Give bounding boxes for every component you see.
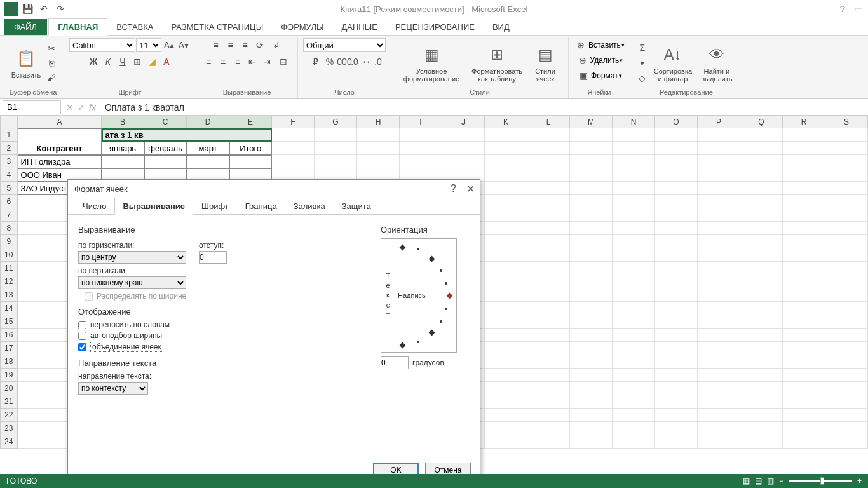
cell[interactable] — [783, 342, 825, 355]
cell[interactable] — [527, 222, 570, 235]
cell[interactable] — [740, 422, 783, 435]
column-header-G[interactable]: G — [315, 116, 357, 128]
merge-icon[interactable]: ⊟ — [275, 55, 292, 69]
cell[interactable] — [655, 315, 698, 329]
cell[interactable] — [229, 128, 272, 142]
select-all-button[interactable] — [0, 116, 18, 128]
cell[interactable] — [783, 155, 825, 168]
cut-icon[interactable]: ✂ — [44, 41, 58, 55]
cell[interactable] — [783, 142, 825, 155]
tab-data[interactable]: ДАННЫЕ — [332, 19, 386, 35]
cell[interactable] — [527, 302, 570, 315]
cell[interactable] — [825, 355, 868, 369]
percent-icon[interactable]: % — [323, 55, 337, 69]
dialog-help-icon[interactable]: ? — [451, 183, 456, 195]
cell[interactable] — [613, 329, 655, 342]
cell[interactable] — [825, 128, 868, 142]
fx-icon[interactable]: fx — [89, 102, 96, 112]
cell[interactable] — [570, 142, 613, 155]
cell[interactable] — [655, 222, 698, 235]
format-cells-button[interactable]: ▣Формат▾ — [576, 69, 622, 83]
formula-bar[interactable]: Оплата з 1 квартал — [101, 101, 865, 114]
row-header[interactable]: 12 — [0, 275, 18, 288]
cell[interactable] — [527, 435, 570, 449]
cell[interactable] — [783, 222, 825, 235]
cell[interactable] — [698, 382, 740, 395]
cell[interactable] — [740, 382, 783, 395]
cell[interactable] — [485, 329, 527, 342]
cell[interactable] — [740, 315, 783, 329]
cell[interactable] — [698, 302, 740, 315]
orientation-arc[interactable]: Надпись — [395, 239, 456, 352]
cell[interactable] — [442, 128, 485, 142]
cell[interactable] — [400, 155, 442, 168]
row-header[interactable]: 11 — [0, 262, 18, 275]
cell[interactable] — [740, 168, 783, 182]
cell[interactable] — [613, 155, 655, 168]
cell[interactable] — [655, 275, 698, 288]
grow-font-icon[interactable]: A▴ — [162, 38, 176, 52]
cell[interactable] — [485, 382, 527, 395]
cell[interactable] — [698, 395, 740, 409]
cell[interactable]: Контрагент — [18, 142, 102, 155]
cell[interactable] — [570, 315, 613, 329]
save-icon[interactable]: 💾 — [20, 2, 34, 16]
cell[interactable] — [825, 182, 868, 195]
cell[interactable] — [485, 155, 527, 168]
align-middle-icon[interactable]: ≡ — [224, 38, 238, 52]
tab-formulas[interactable]: ФОРМУЛЫ — [272, 19, 332, 35]
cell[interactable] — [698, 142, 740, 155]
cell[interactable] — [783, 315, 825, 329]
cell[interactable] — [272, 128, 315, 142]
cell[interactable] — [613, 248, 655, 262]
cell[interactable] — [527, 168, 570, 182]
cell[interactable] — [527, 369, 570, 382]
row-header[interactable]: 23 — [0, 422, 18, 435]
cell[interactable] — [485, 208, 527, 222]
wrap-text-icon[interactable]: ↲ — [268, 38, 285, 52]
cell[interactable] — [783, 409, 825, 422]
cell[interactable] — [655, 382, 698, 395]
cell[interactable] — [570, 235, 613, 248]
cell[interactable] — [613, 409, 655, 422]
cell[interactable] — [527, 395, 570, 409]
align-bottom-icon[interactable]: ≡ — [238, 38, 252, 52]
cell[interactable] — [655, 342, 698, 355]
cell[interactable] — [825, 409, 868, 422]
help-icon[interactable]: ? — [840, 3, 845, 15]
row-header[interactable]: 13 — [0, 288, 18, 302]
dialog-title-bar[interactable]: Формат ячеек ? ✕ — [68, 180, 480, 198]
cell[interactable] — [698, 128, 740, 142]
column-header-Q[interactable]: Q — [740, 116, 783, 128]
cell[interactable] — [825, 395, 868, 409]
align-top-icon[interactable]: ≡ — [209, 38, 223, 52]
cell[interactable] — [825, 222, 868, 235]
cell[interactable] — [783, 369, 825, 382]
cell[interactable] — [102, 155, 144, 168]
cell[interactable] — [613, 315, 655, 329]
cell[interactable] — [698, 262, 740, 275]
cell[interactable] — [740, 369, 783, 382]
column-header-C[interactable]: C — [144, 116, 187, 128]
cell[interactable] — [570, 382, 613, 395]
cell[interactable] — [655, 409, 698, 422]
cell[interactable] — [783, 235, 825, 248]
row-header[interactable]: 19 — [0, 369, 18, 382]
cell[interactable] — [698, 342, 740, 355]
dialog-tab-alignment[interactable]: Выравнивание — [114, 198, 193, 215]
cell[interactable] — [527, 195, 570, 208]
cell[interactable] — [740, 355, 783, 369]
cell[interactable] — [613, 302, 655, 315]
cell[interactable] — [783, 275, 825, 288]
row-header[interactable]: 16 — [0, 329, 18, 342]
column-header-J[interactable]: J — [442, 116, 485, 128]
cell[interactable] — [570, 302, 613, 315]
column-header-E[interactable]: E — [229, 116, 272, 128]
orientation-icon[interactable]: ⟳ — [253, 38, 267, 52]
cell[interactable] — [740, 142, 783, 155]
cell[interactable] — [655, 288, 698, 302]
cell[interactable] — [740, 182, 783, 195]
cell[interactable] — [485, 182, 527, 195]
cell[interactable] — [783, 382, 825, 395]
cell[interactable] — [485, 248, 527, 262]
